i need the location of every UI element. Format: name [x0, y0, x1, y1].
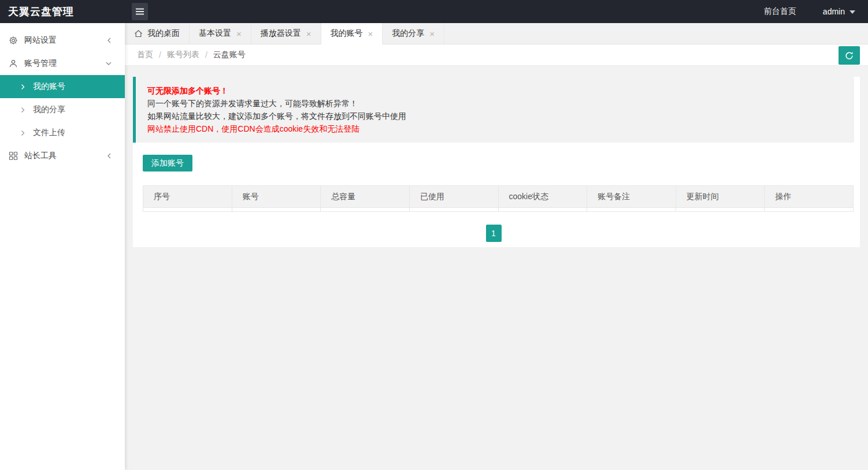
breadcrumb-separator: / [205, 50, 207, 59]
col-header-account: 账号 [232, 186, 321, 208]
hamburger-icon [135, 8, 144, 16]
content-card: 可无限添加多个账号！ 同一个账号下的资源并发请求量过大，可能导致解析异常！ 如果… [133, 77, 860, 247]
col-header-actions: 操作 [765, 186, 854, 208]
user-icon [9, 59, 18, 68]
notice-line-2: 同一个账号下的资源并发请求量过大，可能导致解析异常！ [147, 97, 845, 110]
arrow-right-icon [20, 84, 25, 90]
close-icon[interactable]: × [429, 29, 435, 38]
close-icon[interactable]: × [368, 29, 373, 38]
accounts-table: 序号 账号 总容量 已使用 cookie状态 账号备注 更新时间 操作 [143, 185, 854, 212]
notice-box: 可无限添加多个账号！ 同一个账号下的资源并发请求量过大，可能导致解析异常！ 如果… [133, 77, 854, 143]
refresh-icon [844, 51, 854, 61]
close-icon[interactable]: × [306, 29, 311, 38]
col-header-index: 序号 [143, 186, 232, 208]
tab-player-settings[interactable]: 播放器设置 × [251, 23, 321, 44]
gear-icon [9, 36, 18, 45]
sidebar-item-label: 账号管理 [24, 58, 57, 69]
tab-bar: 我的桌面 基本设置 × 播放器设置 × 我的账号 × 我的分享 × [125, 23, 868, 44]
tab-label: 我的账号 [331, 28, 363, 39]
col-header-cookie-status: cookie状态 [498, 186, 587, 208]
breadcrumb-home[interactable]: 首页 [137, 50, 153, 60]
sidebar-item-site-settings[interactable]: 网站设置 [0, 29, 125, 52]
tab-my-accounts[interactable]: 我的账号 × [321, 23, 383, 44]
tab-basic-settings[interactable]: 基本设置 × [190, 23, 251, 44]
front-page-link[interactable]: 前台首页 [764, 6, 796, 17]
breadcrumb-current: 云盘账号 [213, 50, 246, 60]
chevron-left-icon [106, 152, 112, 159]
col-header-total-capacity: 总容量 [321, 186, 410, 208]
tab-label: 我的分享 [392, 28, 424, 39]
close-icon[interactable]: × [236, 29, 242, 38]
app-title: 天翼云盘管理 [0, 5, 125, 18]
tab-desktop[interactable]: 我的桌面 [125, 23, 190, 44]
col-header-used: 已使用 [409, 186, 498, 208]
sidebar-item-label: 我的账号 [33, 81, 65, 92]
col-header-update-time: 更新时间 [676, 186, 765, 208]
table-header-row: 序号 账号 总容量 已使用 cookie状态 账号备注 更新时间 操作 [143, 186, 854, 208]
tab-label: 基本设置 [199, 28, 231, 39]
table-empty-row [143, 208, 854, 212]
tab-my-shares[interactable]: 我的分享 × [383, 23, 444, 44]
chevron-down-icon [105, 61, 112, 66]
main-area: 我的桌面 基本设置 × 播放器设置 × 我的账号 × 我的分享 × 首页 / 账… [125, 23, 868, 247]
grid-icon [9, 151, 18, 161]
notice-line-4: 网站禁止使用CDN，使用CDN会造成cookie失效和无法登陆 [147, 122, 845, 135]
sidebar-toggle-button[interactable] [132, 3, 148, 20]
page-number-current[interactable]: 1 [486, 225, 502, 242]
breadcrumb-bar: 首页 / 账号列表 / 云盘账号 [125, 44, 868, 66]
sidebar-item-my-shares[interactable]: 我的分享 [0, 98, 125, 121]
sidebar-item-my-accounts[interactable]: 我的账号 [0, 75, 125, 98]
user-menu[interactable]: admin [823, 7, 855, 16]
sidebar-item-file-upload[interactable]: 文件上传 [0, 121, 125, 144]
top-header: 天翼云盘管理 前台首页 admin [0, 0, 868, 23]
sidebar-item-label: 网站设置 [24, 35, 57, 46]
add-account-button[interactable]: 添加账号 [143, 155, 192, 171]
breadcrumb-separator: / [159, 50, 161, 59]
pagination: 1 [133, 225, 854, 242]
col-header-account-note: 账号备注 [587, 186, 676, 208]
notice-line-3: 如果网站流量比较大，建议添加多个账号，将文件存放到不同账号中使用 [147, 110, 845, 122]
tab-label: 播放器设置 [261, 28, 301, 39]
header-right: 前台首页 admin [764, 6, 868, 17]
notice-line-1: 可无限添加多个账号！ [147, 84, 845, 97]
tab-label: 我的桌面 [147, 28, 180, 39]
sidebar-item-label: 文件上传 [33, 128, 65, 138]
home-icon [134, 29, 143, 38]
sidebar-item-label: 站长工具 [24, 151, 57, 161]
caret-down-icon [850, 10, 855, 14]
arrow-right-icon [20, 107, 25, 113]
breadcrumb-account-list[interactable]: 账号列表 [167, 50, 199, 60]
username: admin [823, 7, 845, 16]
arrow-right-icon [20, 130, 25, 136]
sidebar-item-account-management[interactable]: 账号管理 [0, 52, 125, 75]
sidebar-item-label: 我的分享 [33, 105, 65, 115]
chevron-left-icon [106, 37, 112, 44]
sidebar: 网站设置 账号管理 我的账号 [0, 23, 125, 470]
refresh-button[interactable] [839, 46, 860, 65]
sidebar-item-webmaster-tools[interactable]: 站长工具 [0, 144, 125, 167]
